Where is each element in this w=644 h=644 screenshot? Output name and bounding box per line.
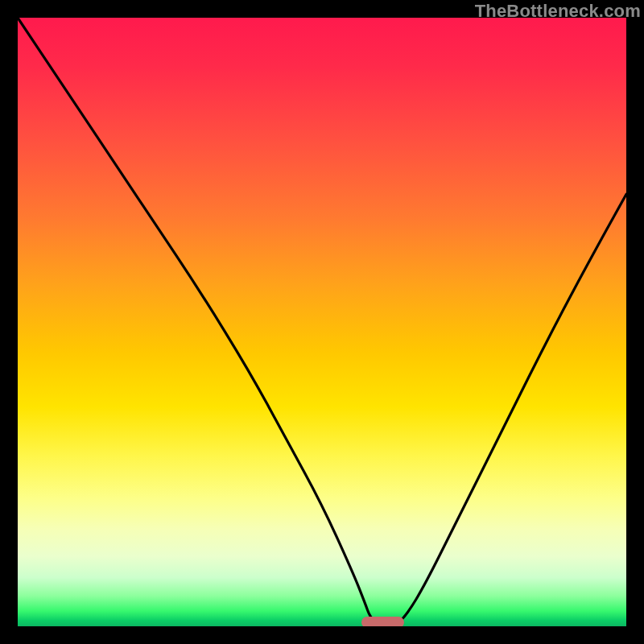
outer-frame: TheBottleneck.com (0, 0, 644, 644)
watermark-text: TheBottleneck.com (475, 1, 641, 22)
optimal-marker (361, 617, 404, 626)
plot-area (18, 18, 626, 626)
bottleneck-curve (18, 18, 626, 626)
